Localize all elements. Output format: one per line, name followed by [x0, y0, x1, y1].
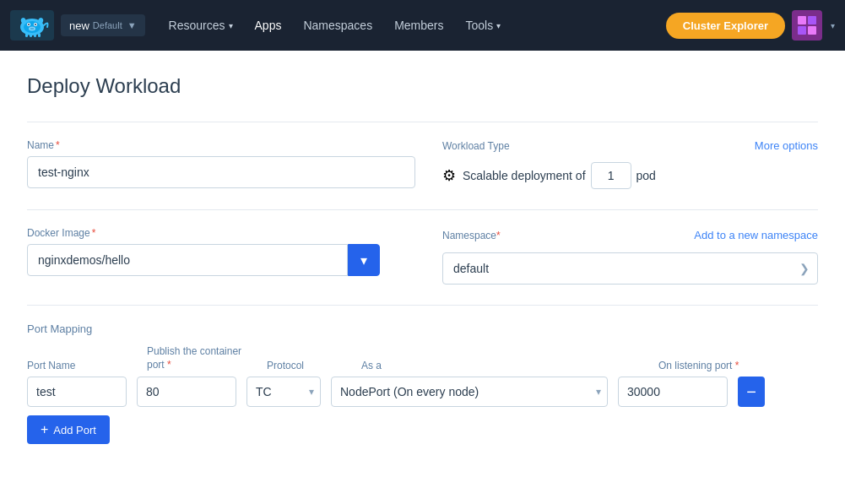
scalable-deployment-icon: ⚙: [442, 166, 456, 185]
cluster-name-label: new: [69, 19, 89, 32]
port-row: TC UDP ▾ NodePort (On every node) Cluste…: [27, 377, 818, 407]
nav-namespaces[interactable]: Namespaces: [293, 14, 382, 37]
as-select[interactable]: NodePort (On every node) ClusterIP HostP…: [331, 377, 608, 407]
svg-point-5: [28, 24, 30, 25]
protocol-select-wrap: TC UDP ▾: [246, 377, 321, 407]
add-namespace-link[interactable]: Add to a new namespace: [694, 229, 818, 241]
avatar-chevron-icon[interactable]: ▾: [831, 21, 835, 30]
docker-image-label: Docker Image*: [27, 227, 415, 239]
nav-right: Cluster Explorer ▾: [666, 10, 835, 41]
docker-image-group: Docker Image* ▾: [27, 227, 415, 276]
svg-point-6: [35, 24, 36, 25]
svg-point-7: [29, 27, 35, 31]
svg-point-9: [32, 28, 33, 29]
col-header-listening: On listening port *: [658, 360, 818, 371]
namespace-group: Namespace* Add to a new namespace defaul…: [442, 227, 818, 285]
namespace-select[interactable]: default: [442, 252, 818, 285]
remove-port-button[interactable]: −: [738, 377, 765, 407]
docker-dropdown-button[interactable]: ▾: [348, 244, 380, 276]
plus-icon: +: [41, 422, 48, 437]
workload-row: ⚙ Scalable deployment of pod: [442, 162, 818, 189]
cluster-tab[interactable]: new Default ▼: [61, 14, 145, 36]
svg-rect-12: [25, 33, 28, 37]
page-title: Deploy Workload: [27, 74, 818, 98]
more-options-link[interactable]: More options: [755, 139, 818, 152]
workload-type-label: Workload Type: [442, 140, 510, 152]
workload-suffix: pod: [636, 169, 656, 182]
cluster-env-label: Default: [93, 20, 122, 30]
port-name-input[interactable]: [27, 377, 127, 407]
as-select-wrap: NodePort (On every node) ClusterIP HostP…: [331, 377, 608, 407]
name-label: Name*: [27, 139, 415, 151]
svg-rect-14: [34, 34, 36, 37]
docker-input-row: ▾: [27, 244, 415, 276]
namespace-select-wrap: default ❯: [442, 252, 818, 285]
nav-links: Resources ▾ Apps Namespaces Members Tool…: [159, 14, 666, 37]
add-port-label: Add Port: [53, 424, 96, 436]
port-table-header: Port Name Publish the container port * P…: [27, 345, 818, 371]
name-workload-row: Name* Workload Type More options ⚙ Scala…: [27, 139, 818, 189]
docker-namespace-row: Docker Image* ▾ Namespace* Add to a new …: [27, 227, 818, 285]
col-header-as-a: As a: [361, 360, 648, 371]
nav-members[interactable]: Members: [384, 14, 453, 37]
port-publish-input[interactable]: [137, 377, 236, 407]
col-header-publish: Publish the container port *: [147, 345, 257, 371]
workload-prefix: Scalable deployment of: [463, 169, 586, 182]
col-header-protocol: Protocol: [267, 360, 351, 371]
docker-image-input[interactable]: [27, 244, 348, 276]
cluster-explorer-button[interactable]: Cluster Explorer: [666, 13, 785, 39]
workload-type-group: Workload Type More options ⚙ Scalable de…: [442, 139, 818, 189]
add-port-button[interactable]: + Add Port: [27, 415, 110, 444]
name-input[interactable]: [27, 156, 415, 188]
app-logo[interactable]: [10, 10, 54, 41]
name-group: Name*: [27, 139, 415, 188]
name-workload-section: Name* Workload Type More options ⚙ Scala…: [27, 122, 818, 209]
minus-icon: −: [746, 382, 756, 402]
col-header-port-name: Port Name: [27, 360, 137, 371]
cluster-chevron-icon: ▼: [127, 20, 137, 30]
nav-resources[interactable]: Resources ▾: [159, 14, 243, 37]
nav-apps[interactable]: Apps: [245, 14, 292, 37]
docker-namespace-section: Docker Image* ▾ Namespace* Add to a new …: [27, 209, 818, 305]
resources-chevron-icon: ▾: [229, 21, 233, 30]
svg-rect-15: [38, 33, 41, 37]
docker-chevron-icon: ▾: [360, 252, 367, 268]
tools-chevron-icon: ▾: [496, 21, 501, 30]
avatar[interactable]: [792, 10, 822, 41]
listening-port-input[interactable]: [618, 377, 728, 407]
navbar: new Default ▼ Resources ▾ Apps Namespace…: [0, 0, 845, 51]
main-content: Deploy Workload Name* Workload Type More…: [0, 51, 845, 478]
nav-tools[interactable]: Tools ▾: [456, 14, 512, 37]
port-mapping-label: Port Mapping: [27, 322, 818, 335]
svg-point-8: [30, 28, 31, 29]
port-mapping-section: Port Mapping Port Name Publish the conta…: [27, 305, 818, 458]
workload-count-input[interactable]: [591, 162, 631, 189]
namespace-label: Namespace: [442, 230, 496, 241]
svg-rect-13: [30, 34, 32, 37]
protocol-select[interactable]: TC UDP: [246, 377, 321, 407]
